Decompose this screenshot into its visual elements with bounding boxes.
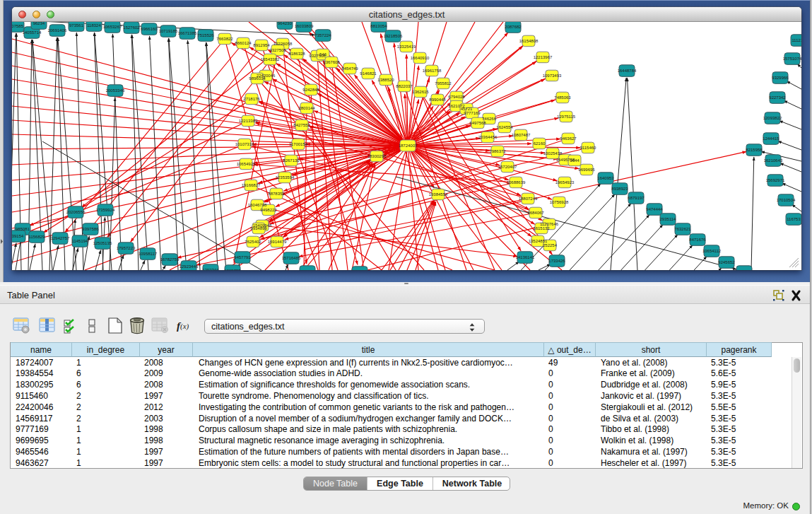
- svg-text:16154808: 16154808: [519, 39, 539, 43]
- svg-text:1388520: 1388520: [377, 78, 394, 82]
- svg-text:9699695: 9699695: [578, 168, 595, 172]
- svg-text:1065733: 1065733: [224, 269, 241, 270]
- svg-text:10719185: 10719185: [159, 29, 178, 33]
- svg-text:8454749: 8454749: [341, 66, 358, 71]
- svg-text:2367608: 2367608: [323, 60, 340, 64]
- svg-text:7986372: 7986372: [489, 149, 506, 153]
- svg-text:15720407: 15720407: [498, 165, 517, 169]
- svg-text:10688639: 10688639: [507, 180, 526, 185]
- svg-text:6497568: 6497568: [469, 121, 486, 125]
- svg-text:9498222: 9498222: [260, 208, 277, 212]
- svg-text:964230: 964230: [278, 22, 293, 25]
- svg-text:10807487: 10807487: [512, 133, 531, 137]
- svg-text:9457791: 9457791: [234, 255, 251, 259]
- svg-text:8938923: 8938923: [611, 187, 628, 191]
- svg-text:9474444: 9474444: [646, 207, 663, 211]
- svg-text:8878352: 8878352: [268, 192, 285, 196]
- svg-text:9934899: 9934899: [250, 226, 267, 230]
- svg-text:18300295: 18300295: [367, 154, 387, 158]
- svg-text:10653267: 10653267: [103, 25, 122, 29]
- svg-text:118324: 118324: [87, 23, 101, 28]
- svg-text:9329966: 9329966: [772, 76, 789, 80]
- svg-text:10973493: 10973493: [543, 74, 562, 78]
- svg-text:7663822: 7663822: [216, 37, 233, 41]
- svg-text:16640910: 16640910: [411, 56, 430, 60]
- svg-text:16671385: 16671385: [178, 31, 197, 35]
- svg-text:1156829: 1156829: [29, 235, 46, 239]
- svg-text:1292344: 1292344: [202, 268, 219, 270]
- svg-text:973561: 973561: [69, 23, 84, 28]
- svg-text:9684067: 9684067: [527, 211, 544, 215]
- svg-text:13226058: 13226058: [273, 42, 293, 46]
- svg-text:62160: 62160: [534, 141, 546, 146]
- svg-text:17957223: 17957223: [117, 246, 136, 250]
- svg-text:14136141: 14136141: [516, 255, 535, 259]
- svg-text:12353594: 12353594: [276, 175, 295, 180]
- svg-text:10654112: 10654112: [702, 249, 722, 253]
- svg-text:252254: 252254: [543, 243, 558, 247]
- svg-text:19654923: 19654923: [555, 180, 575, 185]
- svg-text:9242848: 9242848: [302, 88, 319, 92]
- svg-text:14055714: 14055714: [23, 30, 42, 35]
- svg-text:9644: 9644: [570, 158, 579, 163]
- svg-text:11700154: 11700154: [289, 142, 308, 146]
- svg-text:1733426: 1733426: [548, 259, 565, 263]
- svg-text:8186328: 8186328: [288, 52, 305, 56]
- svg-text:907585: 907585: [12, 24, 24, 28]
- svg-text:1615132: 1615132: [533, 226, 550, 230]
- svg-text:7625402: 7625402: [245, 240, 261, 244]
- svg-text:18724007: 18724007: [399, 144, 418, 148]
- svg-text:12975115: 12975115: [557, 115, 576, 119]
- svg-text:7955812: 7955812: [435, 81, 452, 86]
- svg-text:116753: 116753: [787, 217, 801, 221]
- svg-text:16210643: 16210643: [764, 158, 783, 163]
- svg-text:9397586: 9397586: [82, 227, 99, 231]
- svg-text:16543382: 16543382: [261, 57, 280, 62]
- svg-text:16914479: 16914479: [268, 240, 287, 244]
- svg-text:9245652: 9245652: [718, 260, 735, 264]
- svg-text:15716485: 15716485: [282, 256, 301, 260]
- svg-text:16033809: 16033809: [295, 24, 314, 28]
- svg-text:16046798: 16046798: [248, 203, 267, 207]
- svg-text:20206556: 20206556: [66, 210, 86, 214]
- svg-text:18807249: 18807249: [519, 197, 538, 201]
- svg-text:8813054: 8813054: [370, 24, 387, 28]
- svg-text:6966160: 6966160: [141, 27, 158, 31]
- svg-text:12942757: 12942757: [51, 236, 70, 240]
- svg-text:9463627: 9463627: [560, 136, 577, 141]
- svg-text:1145194: 1145194: [72, 239, 89, 243]
- svg-text:15751074: 15751074: [783, 57, 801, 61]
- svg-text:2087682: 2087682: [505, 25, 522, 29]
- svg-text:17010504: 17010504: [777, 198, 796, 202]
- svg-text:12505135: 12505135: [93, 241, 112, 245]
- svg-text:8822037: 8822037: [396, 84, 413, 88]
- svg-text:17359924: 17359924: [96, 208, 115, 212]
- svg-text:10654925: 10654925: [237, 162, 256, 166]
- svg-text:10756928: 10756928: [550, 200, 569, 204]
- svg-text:1362615: 1362615: [412, 90, 429, 94]
- svg-text:19384554: 19384554: [429, 192, 448, 197]
- svg-text:7357224: 7357224: [314, 33, 331, 37]
- svg-text:20364456: 20364456: [478, 135, 498, 139]
- svg-text:10025438: 10025438: [543, 151, 563, 156]
- svg-text:9244502: 9244502: [736, 269, 753, 270]
- svg-text:2803144: 2803144: [298, 106, 315, 110]
- svg-text:10958117: 10958117: [139, 252, 158, 256]
- svg-text:(x): (x): [180, 322, 189, 331]
- svg-text:1640953: 1640953: [597, 176, 614, 180]
- svg-text:9227342: 9227342: [769, 95, 786, 100]
- svg-text:7515526: 7515526: [197, 33, 214, 37]
- svg-text:19166827: 19166827: [242, 183, 261, 187]
- svg-text:10107316: 10107316: [235, 142, 254, 146]
- svg-text:16782759: 16782759: [160, 257, 180, 262]
- svg-text:9115460: 9115460: [580, 146, 597, 150]
- svg-text:111216: 111216: [792, 38, 801, 42]
- svg-text:15692971: 15692971: [766, 178, 785, 182]
- svg-text:9146821: 9146821: [360, 71, 377, 76]
- svg-text:12093822: 12093822: [763, 116, 782, 120]
- svg-text:6794028: 6794028: [448, 95, 465, 99]
- svg-text:985081: 985081: [16, 227, 30, 231]
- svg-text:7632621: 7632621: [674, 227, 691, 231]
- svg-text:8660124: 8660124: [235, 41, 252, 45]
- svg-text:9896034: 9896034: [249, 76, 266, 81]
